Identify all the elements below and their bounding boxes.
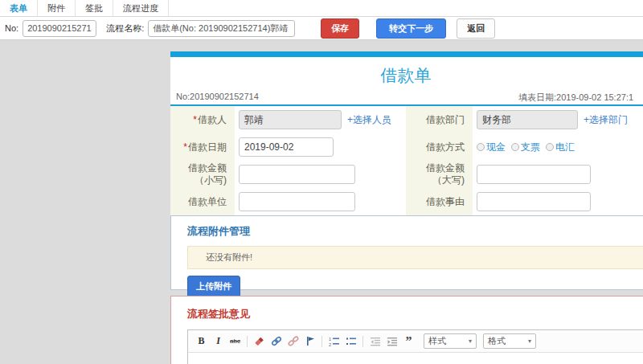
toolbar-separator — [247, 336, 248, 347]
approval-title: 流程签批意见 — [187, 307, 643, 321]
amount-small-input[interactable] — [239, 165, 355, 184]
anchor-flag-button[interactable] — [302, 334, 317, 349]
blockquote-button[interactable]: ” — [401, 334, 416, 349]
borrower-input[interactable] — [239, 110, 342, 129]
unlink-button[interactable] — [285, 334, 301, 349]
chevron-down-icon: ▾ — [469, 337, 472, 345]
dept-input[interactable] — [477, 110, 578, 129]
bulleted-list-icon — [346, 337, 357, 346]
chevron-down-icon: ▾ — [528, 337, 531, 345]
upload-attachment-button[interactable]: 上传附件 — [187, 276, 240, 297]
required-mark: * — [183, 141, 187, 153]
loan-date-field — [235, 133, 406, 161]
svg-text:1: 1 — [329, 337, 331, 342]
svg-text:2: 2 — [329, 342, 331, 346]
form-top-accent-bar — [170, 51, 643, 57]
tab-bar: 表单 附件 签批 流程进度 — [0, 0, 643, 17]
amount-big-label: 借款金额（大写) — [406, 161, 473, 188]
loan-form-panel: 借款单 No:20190902152714 填表日期:2019-09-02 15… — [170, 51, 643, 219]
styles-dropdown[interactable]: 样式 ▾ — [424, 333, 477, 349]
flag-icon — [305, 336, 315, 346]
reason-label: 借款事由 — [406, 188, 473, 215]
loan-date-label: *借款日期 — [170, 133, 235, 161]
radio-circle-icon — [477, 143, 485, 151]
bold-button[interactable]: B — [194, 334, 209, 349]
outdent-icon — [370, 337, 381, 346]
save-button[interactable]: 保存 — [321, 18, 359, 39]
amount-big-field — [473, 161, 643, 188]
rich-text-editor: B I abc — [187, 329, 643, 364]
attachments-panel: 流程附件管理 还没有附件! 上传附件 — [170, 215, 643, 290]
numbered-list-button[interactable]: 12 — [326, 334, 342, 349]
unlink-icon — [288, 336, 299, 346]
tab-attachment[interactable]: 附件 — [38, 0, 76, 16]
dept-label: 借款部门 — [406, 106, 473, 133]
loan-date-input[interactable] — [239, 137, 334, 157]
dept-field: +选择部门 — [473, 106, 643, 133]
tab-progress[interactable]: 流程进度 — [113, 0, 169, 16]
link-chain-icon — [271, 336, 282, 346]
amount-small-label: 借款金额（小写) — [170, 161, 235, 188]
method-radio-cash[interactable]: 现金 — [477, 141, 506, 154]
approval-comments-panel: 流程签批意见 B I abc — [170, 296, 643, 364]
content-area: 借款单 No:20190902152714 填表日期:2019-09-02 15… — [0, 40, 643, 364]
back-button[interactable]: 返回 — [457, 18, 495, 39]
no-label: No: — [5, 23, 18, 33]
method-field: 现金 支票 电汇 — [473, 133, 643, 161]
reason-input[interactable] — [477, 192, 591, 211]
form-table: *借款人 +选择人员 借款部门 +选择部门 *借款日期 — [170, 106, 643, 215]
indent-icon — [387, 337, 398, 346]
action-toolbar: No: 流程名称: 保存 转交下一步 返回 — [0, 17, 643, 40]
select-dept-link[interactable]: +选择部门 — [584, 113, 628, 127]
editor-toolbar: B I abc — [188, 330, 643, 353]
eraser-icon — [254, 336, 264, 346]
no-input[interactable] — [23, 20, 96, 37]
amount-big-input[interactable] — [477, 165, 591, 184]
italic-button[interactable]: I — [211, 334, 226, 349]
select-person-link[interactable]: +选择人员 — [347, 113, 391, 127]
method-label: 借款方式 — [406, 133, 473, 161]
link-button[interactable] — [268, 334, 284, 349]
bulleted-list-button[interactable] — [343, 334, 358, 349]
unit-field — [235, 188, 406, 215]
app-window: 表单 附件 签批 流程进度 No: 流程名称: 保存 转交下一步 返回 借款单 … — [0, 0, 643, 364]
flow-name-input[interactable] — [148, 20, 295, 37]
outdent-button[interactable] — [367, 334, 383, 349]
borrower-label: *借款人 — [170, 106, 235, 133]
form-date-text: 填表日期:2019-09-02 15:27:1 — [518, 92, 633, 104]
format-dropdown[interactable]: 格式 ▾ — [483, 333, 536, 349]
required-mark: * — [193, 114, 197, 125]
forward-next-step-button[interactable]: 转交下一步 — [376, 18, 446, 39]
form-title: 借款单 — [170, 57, 641, 92]
editor-content-area[interactable] — [188, 353, 643, 364]
strikethrough-button[interactable]: abc — [227, 334, 243, 349]
radio-circle-icon — [511, 143, 519, 151]
form-meta-row: No:20190902152714 填表日期:2019-09-02 15:27:… — [170, 92, 643, 106]
flow-name-label: 流程名称: — [106, 22, 144, 35]
toolbar-separator — [322, 336, 322, 347]
amount-small-field — [235, 161, 406, 188]
indent-button[interactable] — [384, 334, 399, 349]
borrower-field: +选择人员 — [235, 106, 406, 133]
attachments-title: 流程附件管理 — [187, 224, 643, 239]
tab-approval[interactable]: 签批 — [76, 0, 113, 16]
unit-input[interactable] — [239, 192, 355, 211]
toolbar-separator — [362, 336, 363, 347]
remove-format-button[interactable] — [252, 334, 267, 349]
form-no-text: No:20190902152714 — [176, 92, 259, 101]
no-attachment-alert: 还没有附件! — [187, 246, 643, 269]
radio-circle-icon — [546, 143, 554, 151]
numbered-list-icon: 12 — [329, 337, 340, 346]
method-radio-wire[interactable]: 电汇 — [546, 141, 575, 154]
tab-form[interactable]: 表单 — [0, 0, 38, 16]
unit-label: 借款单位 — [170, 188, 235, 215]
reason-field — [473, 188, 643, 215]
method-radio-cheque[interactable]: 支票 — [511, 141, 540, 154]
